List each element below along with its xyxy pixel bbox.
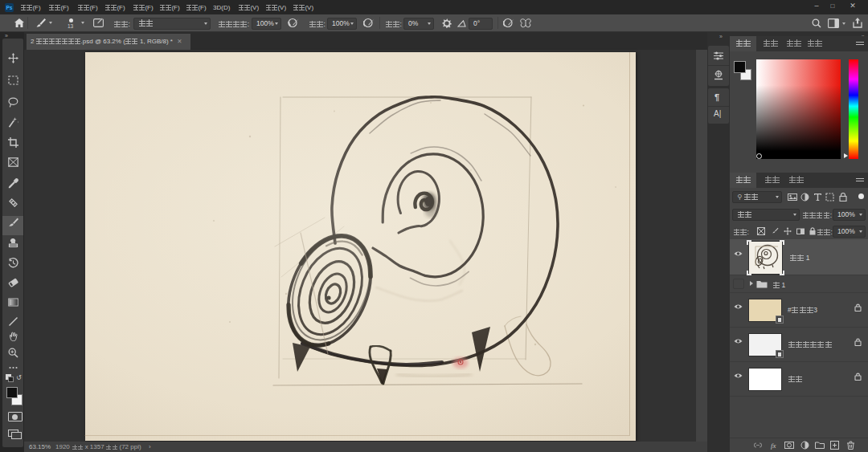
- svg-text:fx: fx: [771, 442, 776, 450]
